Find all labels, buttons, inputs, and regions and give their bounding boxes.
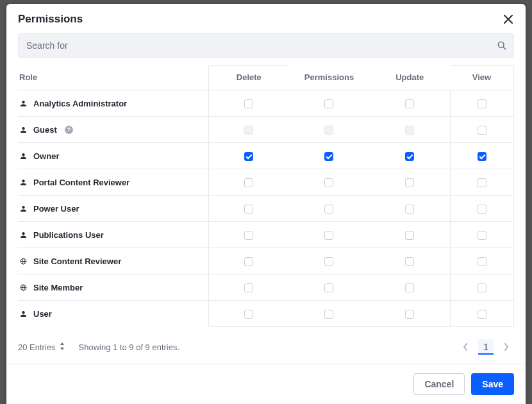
cell-view [450, 196, 514, 222]
cell-permissions [289, 274, 370, 301]
table-row: Analytics Administrator [18, 90, 514, 117]
cell-permissions [289, 248, 370, 274]
modal-header: Permissions [6, 4, 526, 33]
checkbox-update[interactable] [405, 99, 414, 108]
role-label: User [33, 309, 52, 319]
header-update: Update [369, 65, 450, 90]
role-label: Site Content Reviewer [33, 257, 121, 266]
cell-delete [208, 196, 289, 222]
cell-permissions [289, 90, 370, 117]
role-cell: Site Member [18, 274, 208, 301]
cell-delete [208, 143, 289, 169]
cell-update [369, 90, 450, 117]
table-row: Site Member [18, 274, 514, 301]
checkbox-delete[interactable] [244, 99, 253, 108]
search-box [18, 33, 514, 58]
checkbox-delete[interactable] [244, 152, 253, 161]
checkbox-view[interactable] [478, 310, 486, 319]
table-row: User [18, 301, 514, 327]
checkbox-view[interactable] [478, 231, 486, 240]
page-size-label: 20 Entries [18, 342, 56, 352]
table-row: Portal Content Reviewer [18, 169, 514, 196]
page-size-select[interactable]: 20 Entries [18, 342, 65, 352]
role-label: Guest [33, 125, 57, 135]
checkbox-delete [244, 126, 253, 135]
pagination-left: 20 Entries Showing 1 to 9 of 9 entries. [18, 342, 179, 352]
checkbox-update[interactable] [405, 310, 414, 319]
cell-permissions [289, 222, 370, 248]
cell-view [450, 248, 514, 274]
cell-view [450, 301, 514, 327]
cell-update [369, 274, 450, 301]
checkbox-delete[interactable] [244, 283, 253, 292]
search-icon-button[interactable] [490, 41, 513, 50]
user-icon [19, 231, 27, 239]
checkbox-view[interactable] [478, 205, 486, 214]
permissions-table: Role Delete Permissions Update View Anal… [18, 65, 514, 327]
cell-delete [208, 117, 289, 143]
chevron-right-icon [504, 343, 509, 351]
role-cell: Publications User [18, 222, 208, 248]
checkbox-view[interactable] [478, 152, 486, 161]
checkbox-view[interactable] [478, 178, 486, 187]
cell-permissions [289, 301, 370, 327]
cell-view [450, 117, 514, 143]
help-icon[interactable]: ? [65, 126, 73, 134]
chevron-left-icon [463, 343, 468, 351]
checkbox-permissions[interactable] [324, 205, 333, 214]
role-cell: Guest? [18, 117, 208, 143]
cell-view [450, 274, 514, 301]
modal-title: Permissions [18, 13, 83, 26]
checkbox-permissions[interactable] [324, 231, 333, 240]
cell-delete [208, 90, 289, 117]
close-button[interactable] [503, 13, 514, 25]
save-button[interactable]: Save [471, 373, 514, 395]
user-icon [19, 179, 27, 186]
search-input[interactable] [19, 34, 490, 57]
role-cell: Portal Content Reviewer [18, 169, 208, 196]
checkbox-update[interactable] [405, 178, 414, 187]
checkbox-delete[interactable] [244, 205, 253, 214]
search-container [6, 33, 526, 65]
checkbox-update[interactable] [405, 257, 414, 266]
checkbox-delete[interactable] [244, 231, 253, 240]
checkbox-permissions[interactable] [324, 257, 333, 266]
checkbox-delete[interactable] [244, 257, 253, 266]
checkbox-permissions[interactable] [324, 310, 333, 319]
checkbox-update[interactable] [405, 231, 414, 240]
header-view: View [450, 65, 514, 90]
search-icon [497, 41, 506, 50]
checkbox-permissions[interactable] [324, 283, 333, 292]
cell-view [450, 143, 514, 169]
cell-update [369, 117, 450, 143]
svg-line-1 [503, 47, 506, 49]
checkbox-view[interactable] [478, 283, 486, 292]
checkbox-update[interactable] [405, 283, 414, 292]
checkbox-view[interactable] [478, 99, 486, 108]
checkbox-view[interactable] [478, 257, 486, 266]
cell-view [450, 169, 514, 196]
cell-permissions [289, 196, 370, 222]
table-row: Site Content Reviewer [18, 248, 514, 274]
checkbox-update[interactable] [405, 205, 414, 214]
cell-update [369, 301, 450, 327]
checkbox-delete[interactable] [244, 310, 253, 319]
checkbox-delete[interactable] [244, 178, 253, 187]
showing-text: Showing 1 to 9 of 9 entries. [79, 342, 180, 352]
role-label: Analytics Administrator [33, 99, 127, 108]
user-icon [19, 310, 27, 317]
checkbox-permissions[interactable] [324, 178, 333, 187]
pager-current-page[interactable]: 1 [478, 339, 494, 355]
checkbox-permissions[interactable] [324, 152, 333, 161]
cell-permissions [289, 169, 370, 196]
pager-prev[interactable] [458, 339, 473, 355]
checkbox-permissions[interactable] [324, 99, 333, 108]
pager-next[interactable] [499, 339, 514, 355]
role-cell: Analytics Administrator [18, 90, 208, 117]
permissions-table-wrap: Role Delete Permissions Update View Anal… [6, 65, 526, 330]
cancel-button[interactable]: Cancel [413, 373, 465, 395]
role-cell: User [18, 301, 208, 327]
checkbox-view[interactable] [478, 126, 486, 135]
pager: 1 [458, 339, 514, 355]
checkbox-update[interactable] [405, 152, 414, 161]
